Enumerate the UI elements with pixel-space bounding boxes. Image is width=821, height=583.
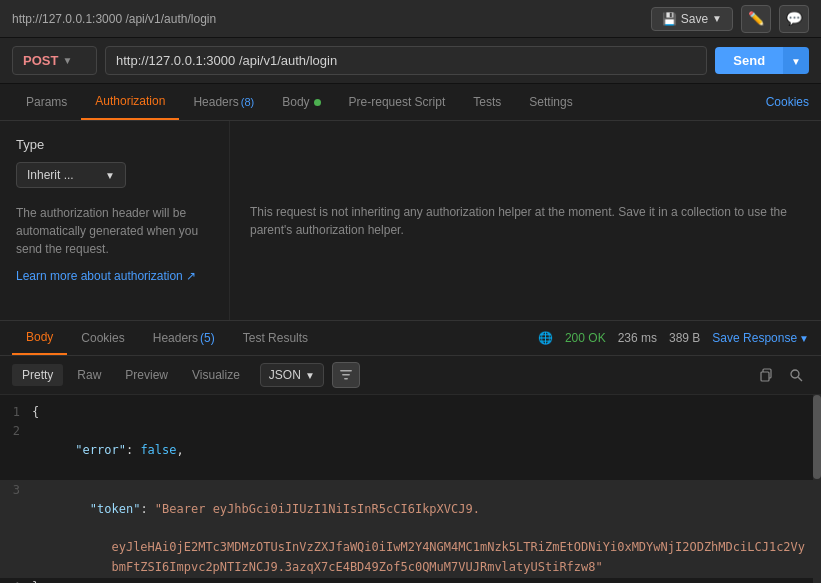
edit-icon: ✏️ — [748, 11, 765, 26]
response-tab-headers[interactable]: Headers(5) — [139, 322, 229, 354]
send-button[interactable]: Send — [715, 47, 783, 74]
status-code: 200 OK — [565, 331, 606, 345]
url-input[interactable] — [105, 46, 707, 75]
type-dropdown[interactable]: Inherit ... ▼ — [16, 162, 126, 188]
copy-icon — [759, 368, 773, 382]
code-line-4: 4 } — [0, 578, 821, 583]
tab-settings[interactable]: Settings — [515, 85, 586, 119]
response-time: 236 ms — [618, 331, 657, 345]
window-title: http://127.0.0.1:3000 /api/v1/auth/login — [12, 12, 216, 26]
filter-button[interactable] — [332, 362, 360, 388]
method-select[interactable]: POST ▼ — [12, 46, 97, 75]
format-language-select[interactable]: JSON ▼ — [260, 363, 324, 387]
send-dropdown-button[interactable]: ▼ — [783, 47, 809, 74]
comment-icon: 💬 — [786, 11, 803, 26]
save-response-button[interactable]: Save Response ▼ — [712, 331, 809, 345]
response-tabs-row: Body Cookies Headers(5) Test Results 🌐 2… — [0, 321, 821, 356]
type-value: Inherit ... — [27, 168, 74, 182]
auth-right-panel: This request is not inheriting any autho… — [230, 121, 821, 320]
type-chevron-icon: ▼ — [105, 170, 115, 181]
response-tab-test-results[interactable]: Test Results — [229, 322, 322, 354]
format-tab-preview[interactable]: Preview — [115, 364, 178, 386]
svg-rect-1 — [342, 374, 350, 376]
response-status: 🌐 200 OK 236 ms 389 B Save Response ▼ — [538, 331, 809, 345]
method-label: POST — [23, 53, 58, 68]
line-number-3: 3 — [0, 481, 32, 500]
scrollbar-thumb[interactable] — [813, 395, 821, 479]
cookies-link[interactable]: Cookies — [766, 95, 809, 109]
code-line-3: 3 "token": "Bearer eyJhbGci0iJIUzI1NiIsI… — [0, 480, 821, 578]
response-tab-body[interactable]: Body — [12, 321, 67, 355]
auth-left-panel: Type Inherit ... ▼ The authorization hea… — [0, 121, 230, 320]
tab-params[interactable]: Params — [12, 85, 81, 119]
auth-learn-more-link[interactable]: Learn more about authorization ↗ — [16, 269, 196, 283]
format-tab-visualize[interactable]: Visualize — [182, 364, 250, 386]
line-number-4: 4 — [0, 578, 32, 583]
tab-authorization[interactable]: Authorization — [81, 84, 179, 120]
line-number-2: 2 — [0, 422, 32, 441]
send-group: Send ▼ — [715, 47, 809, 74]
scrollbar-track[interactable] — [813, 395, 821, 583]
url-bar: POST ▼ Send ▼ — [0, 38, 821, 84]
svg-rect-4 — [761, 372, 769, 381]
title-bar: http://127.0.0.1:3000 /api/v1/auth/login… — [0, 0, 821, 38]
tab-prerequest[interactable]: Pre-request Script — [335, 85, 460, 119]
auth-description: The authorization header will be automat… — [16, 204, 213, 258]
request-tabs-row: Params Authorization Headers(8) Body Pre… — [0, 84, 821, 121]
tab-body[interactable]: Body — [268, 85, 334, 119]
tab-headers[interactable]: Headers(8) — [179, 85, 268, 119]
code-area: 1 { 2 "error": false, 3 "token": "Bearer… — [0, 395, 821, 583]
filter-icon — [339, 368, 353, 382]
type-label: Type — [16, 137, 213, 152]
svg-rect-0 — [340, 370, 352, 372]
code-error-line: "error": false, — [32, 422, 184, 480]
title-bar-actions: 💾 Save ▼ ✏️ 💬 — [651, 5, 809, 33]
svg-rect-2 — [344, 378, 348, 380]
search-button[interactable] — [783, 362, 809, 388]
code-line-2: 2 "error": false, — [0, 422, 821, 480]
send-chevron-icon: ▼ — [791, 56, 801, 67]
format-tab-pretty[interactable]: Pretty — [12, 364, 63, 386]
comment-button[interactable]: 💬 — [779, 5, 809, 33]
svg-line-6 — [798, 377, 802, 381]
code-token-line-3: bmFtZSI6Impvc2pNTIzNCJ9.3azqX7cE4BD49Zof… — [32, 558, 603, 577]
search-icon — [789, 368, 803, 382]
format-chevron-icon: ▼ — [305, 370, 315, 381]
svg-point-5 — [791, 370, 799, 378]
save-response-chevron-icon: ▼ — [799, 333, 809, 344]
code-brace-close: } — [32, 578, 39, 583]
format-tab-raw[interactable]: Raw — [67, 364, 111, 386]
save-button[interactable]: 💾 Save ▼ — [651, 7, 733, 31]
globe-icon: 🌐 — [538, 331, 553, 345]
auth-inherit-message: This request is not inheriting any autho… — [250, 203, 801, 239]
code-token-line-2: eyJleHAi0jE2MTc3MDMzOTUsInVzZXJfaWQi0iIw… — [32, 538, 805, 557]
line-number-1: 1 — [0, 403, 32, 422]
line-number-3b: 3 — [0, 538, 32, 557]
tab-tests[interactable]: Tests — [459, 85, 515, 119]
response-size: 389 B — [669, 331, 700, 345]
code-brace-open: { — [32, 403, 39, 422]
body-dot — [314, 99, 321, 106]
code-token-line: "token": "Bearer eyJhbGci0iJIUzI1NiIsInR… — [32, 481, 480, 539]
chevron-down-icon: ▼ — [712, 13, 722, 24]
method-chevron-icon: ▼ — [62, 55, 72, 66]
auth-section: Type Inherit ... ▼ The authorization hea… — [0, 121, 821, 321]
code-line-1: 1 { — [0, 403, 821, 422]
line-number-3c: 3 — [0, 558, 32, 577]
copy-button[interactable] — [753, 362, 779, 388]
response-tab-cookies[interactable]: Cookies — [67, 322, 138, 354]
format-bar: Pretty Raw Preview Visualize JSON ▼ — [0, 356, 821, 395]
save-icon: 💾 — [662, 12, 677, 26]
edit-button[interactable]: ✏️ — [741, 5, 771, 33]
